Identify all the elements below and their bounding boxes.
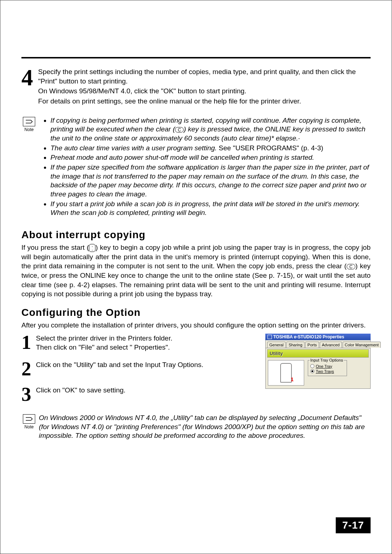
config-step-3-body: Click on "OK" to save setting. (36, 386, 262, 395)
step-4: 4 Specify the print settings including t… (21, 67, 371, 106)
note-block-2: Note On Windows 2000 or Windows NT 4.0, … (21, 414, 371, 440)
config-steps: 1 Select the printer driver in the Print… (21, 334, 262, 411)
radio-two-trays[interactable]: Two Trays (310, 369, 344, 374)
note-icon-2 (23, 414, 35, 424)
config-step-3: 3 Click on "OK" to save setting. (21, 386, 262, 403)
tab-ports[interactable]: Ports (305, 342, 319, 348)
annotation-1: 1 (291, 376, 294, 382)
tab-sharing[interactable]: Sharing (286, 342, 305, 348)
clear-key-icon: C (175, 127, 184, 133)
note-block-1: Note If copying is being performed when … (21, 116, 371, 219)
step-4-main: Specify the print settings including the… (38, 67, 371, 86)
heading-interrupt-copying: About interrupt copying (21, 229, 371, 241)
dialog-title: TOSHIBA e-STUDIO120 Properties (273, 334, 344, 339)
radio-one-tray[interactable]: One Tray (310, 364, 344, 368)
dialog-tabs: General Sharing Ports Advanced Color Man… (266, 340, 370, 348)
config-step-2-body: Click on the "Utility" tab and set the I… (36, 360, 262, 370)
note1-bullet-5: If you start a print job while a scan jo… (50, 200, 371, 217)
dialog-body: General Sharing Ports Advanced Color Man… (265, 340, 371, 389)
tab-advanced[interactable]: Advanced (320, 342, 342, 348)
config-step-1-body: Select the printer driver in the Printer… (36, 334, 262, 352)
dialog-titlebar: TOSHIBA e-STUDIO120 Properties (265, 334, 371, 340)
start-key-icon: ◦◦ (89, 244, 95, 252)
config-step-3-num: 3 (21, 386, 34, 403)
note1-bullet-1: If copying is being performed when print… (50, 116, 371, 143)
note-icon-col: Note (21, 116, 37, 132)
config-step-2: 2 Click on the "Utility" tab and set the… (21, 360, 262, 378)
header-blank (21, 21, 371, 57)
note-label-2: Note (21, 424, 37, 429)
interrupt-paragraph: If you press the start (◦◦) key to begin… (21, 243, 371, 299)
dialog-sys-icon (268, 335, 272, 339)
config-step-1: 1 Select the printer driver in the Print… (21, 334, 262, 352)
note-label: Note (21, 127, 37, 132)
note1-bullet-2: The auto clear time varies with a user p… (50, 144, 371, 153)
config-step-2-num: 2 (21, 360, 34, 378)
note-1-body: If copying is being performed when print… (39, 116, 371, 219)
note-2-body: On Windows 2000 or Windows NT 4.0, the „… (39, 414, 371, 440)
radio-icon (310, 364, 314, 368)
config-step-1-num: 1 (21, 334, 34, 351)
clear-key-icon-2: C (347, 264, 355, 269)
utility-tab-active[interactable]: Utility (267, 349, 369, 358)
tab-general[interactable]: General (267, 342, 286, 348)
input-tray-options-group: Input Tray Options One Tray Two Trays (308, 360, 347, 376)
properties-dialog: TOSHIBA e-STUDIO120 Properties General S… (265, 334, 371, 389)
note-icon-col-2: Note (21, 414, 37, 429)
page-number: 7-17 (336, 517, 371, 533)
document-page: 4 Specify the print settings including t… (0, 0, 392, 554)
config-row: 1 Select the printer driver in the Print… (21, 334, 371, 411)
note1-bullet-4: If the paper size specified from the sof… (50, 163, 371, 199)
dialog-content: 1 Input Tray Options One Tray Two Trays (266, 359, 370, 386)
tab-color-management[interactable]: Color Management (343, 342, 381, 348)
config-intro: After you complete the installation of p… (21, 321, 371, 330)
tray-preview: 1 (268, 360, 304, 386)
heading-configuring-option: Configuring the Option (21, 307, 371, 318)
printer-outline-icon (280, 363, 292, 383)
step-4-number: 4 (21, 67, 36, 88)
note-icon (23, 117, 35, 126)
step-4-sub1: On Windows 95/98/Me/NT 4.0, click the "O… (38, 86, 371, 96)
header-rule (21, 57, 371, 58)
note1-bullet-3: Preheat mode and auto power shut-off mod… (50, 153, 371, 162)
step-4-body: Specify the print settings including the… (38, 67, 371, 106)
group-label: Input Tray Options (310, 358, 344, 362)
step-4-sub2: For details on print settings, see the o… (38, 97, 371, 106)
radio-icon-selected (310, 369, 314, 373)
